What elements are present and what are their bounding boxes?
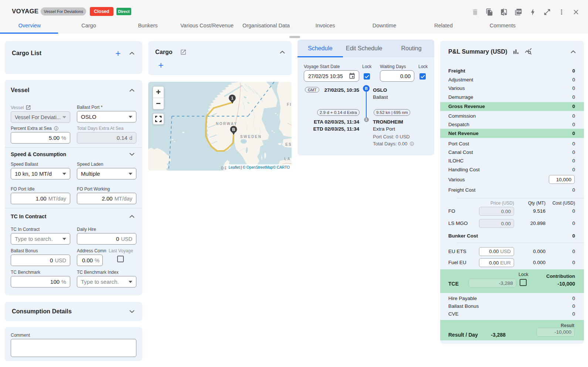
percent-extra-info-icon[interactable] <box>54 126 59 131</box>
comment-card: Comment <box>5 327 142 361</box>
open-cargo-icon[interactable] <box>180 49 187 55</box>
query-stats-icon[interactable] <box>524 48 533 56</box>
tc-benchmark-label: TC Benchmark <box>11 270 40 275</box>
zoom-in-button[interactable]: + <box>153 87 164 98</box>
pnl-row-demurrage: Demurrage0 <box>440 93 584 101</box>
fo-port-idle-input[interactable]: 1.00MT/day <box>11 193 70 204</box>
ballast-port-select[interactable]: OSLO <box>77 111 136 122</box>
map-label-sweden: SWEDEN <box>240 135 262 139</box>
add-cargo-button[interactable] <box>113 49 122 58</box>
tab-routing[interactable]: Routing <box>392 40 430 57</box>
last-voyage-checkbox[interactable] <box>117 256 124 262</box>
waiting-days-input[interactable]: 0.00 <box>380 70 414 82</box>
map-label-fi: FI <box>287 102 292 107</box>
tab-downtime[interactable]: Downtime <box>355 18 414 34</box>
pnl-row-handling-cost: Handling Cost0 <box>440 165 584 174</box>
percent-extra-label: Percent Extra at Sea <box>11 126 52 131</box>
tab-overview[interactable]: Overview <box>0 18 59 34</box>
collapse-cargo-card-icon[interactable] <box>278 48 287 57</box>
osm-link[interactable]: © OpenStreetMap <box>243 165 273 169</box>
carto-link[interactable]: © CARTO <box>273 165 290 169</box>
speed-laden-select[interactable]: Multiple <box>77 168 136 179</box>
calendar-icon[interactable] <box>349 73 356 80</box>
top-header: VOYAGE Vessel For Deviations Closed Dire… <box>0 0 588 34</box>
port2-name: TRONDHEIM <box>373 119 403 125</box>
pnl-row-fo: FO 0.00 9.516 0 <box>440 207 584 216</box>
fo-port-working-input[interactable]: 2.00MT/day <box>77 193 136 204</box>
more-vert-icon[interactable] <box>557 8 565 16</box>
percent-extra-input[interactable]: 5.00% <box>11 132 70 144</box>
collapse-vessel-icon[interactable] <box>128 86 136 95</box>
cargo-title: Cargo <box>155 49 173 55</box>
timeline-line <box>366 92 367 118</box>
fullscreen-icon <box>155 116 162 122</box>
voyage-type-badge: Direct <box>116 8 131 15</box>
expand-consumption-icon[interactable] <box>128 307 136 316</box>
compare-icon[interactable] <box>500 8 508 16</box>
vessel-card: Vessel Vessel Vessel For Deviati... Ball… <box>5 80 142 295</box>
port2-total-days: Total Days: 0.00 <box>373 141 407 147</box>
pdf-export-icon[interactable] <box>514 8 522 16</box>
vessel-select: Vessel For Deviati... <box>11 111 70 123</box>
fuel-eu-price-input[interactable]: 0.00EUR <box>479 258 514 267</box>
vessel-title: Vessel <box>11 87 29 94</box>
tc-contract-select[interactable]: Type to search. <box>11 233 70 245</box>
daily-hire-input[interactable]: 0USD <box>77 233 136 245</box>
map-fullscreen-button[interactable] <box>153 113 164 125</box>
total-days-info-icon[interactable] <box>409 141 414 146</box>
expand-icon[interactable] <box>543 8 551 16</box>
status-closed-button[interactable]: Closed <box>90 7 113 16</box>
lock-start-checkbox[interactable] <box>364 73 370 80</box>
tce-lock-checkbox[interactable] <box>520 279 527 286</box>
voyage-start-input[interactable]: 27/02/25 10:35 <box>304 70 359 82</box>
map-label-norway: NORWAY <box>216 122 237 126</box>
address-comn-label: Address Comn <box>77 248 106 253</box>
collapse-speed-icon[interactable] <box>128 150 136 159</box>
bar-chart-icon[interactable] <box>512 48 520 56</box>
various-cost-input[interactable]: 10,000 <box>549 175 575 184</box>
tab-organisational-data[interactable]: Organisational Data <box>237 18 296 34</box>
leaflet-link[interactable]: Leaflet <box>228 165 239 169</box>
map-label-es: ES <box>285 142 292 147</box>
copy-icon[interactable] <box>485 8 493 16</box>
etd-text: ETD 02/03/25, 11:34 <box>312 126 359 132</box>
map-zoom-control: + − <box>153 86 164 110</box>
tab-comments[interactable]: Comments <box>473 18 532 34</box>
tc-benchmark-index-select[interactable]: Type to search. <box>77 276 136 287</box>
result-day-value: -3,288 <box>479 332 506 338</box>
tab-various-cost-revenue[interactable]: Various Cost/Revenue <box>177 18 237 34</box>
total-days-extra-input: 0.14d <box>77 132 136 144</box>
svg-text:1: 1 <box>231 96 233 100</box>
eu-ets-price-input[interactable]: 0.00USD <box>479 247 514 256</box>
result-input: -10,000 <box>537 328 575 337</box>
add-cargo-row-button[interactable] <box>157 61 165 69</box>
contribution-value: -10,000 <box>558 281 575 287</box>
map-attribution: Leaflet | © OpenStreetMap© CARTO <box>226 164 292 171</box>
tab-schedule[interactable]: Schedule <box>298 40 343 57</box>
collapse-pnl-icon[interactable] <box>569 47 578 56</box>
tab-related[interactable]: Related <box>414 18 473 34</box>
comment-textarea[interactable] <box>11 339 136 357</box>
timezone-pill: GMT <box>305 87 319 92</box>
tab-cargo[interactable]: Cargo <box>59 18 118 34</box>
speed-ballast-select[interactable]: 10 kn, 10 MT/d <box>11 168 70 179</box>
collapse-tc-icon[interactable] <box>128 212 136 221</box>
bolt-icon[interactable] <box>528 8 537 16</box>
open-vessel-icon[interactable] <box>26 105 31 110</box>
route-map[interactable]: NORWAY SWEDEN DENMARK FI ES LA 1 B + <box>148 82 292 171</box>
tab-bunkers[interactable]: Bunkers <box>118 18 177 34</box>
pnl-row-fuel-eu: Fuel EU 0.00EUR 0.000 0 <box>440 258 584 267</box>
zoom-out-button[interactable]: − <box>153 98 164 109</box>
ballast-bonus-label: Ballast Bonus <box>11 248 38 253</box>
tce-lock-label: Lock <box>519 272 528 277</box>
tab-invoices[interactable]: Invoices <box>296 18 355 34</box>
collapse-cargo-list-icon[interactable] <box>128 49 136 58</box>
close-icon[interactable] <box>572 8 580 16</box>
tab-edit-schedule[interactable]: Edit Schedule <box>337 40 391 57</box>
address-comn-input[interactable]: 0.00% <box>77 255 103 266</box>
lock-waiting-checkbox[interactable] <box>419 73 426 80</box>
ballast-bonus-input[interactable]: 0USD <box>11 255 70 266</box>
tc-benchmark-input[interactable]: 100% <box>11 276 70 287</box>
pnl-row-ilohc: ILOHC0 <box>440 156 584 165</box>
delete-icon[interactable] <box>471 8 479 16</box>
